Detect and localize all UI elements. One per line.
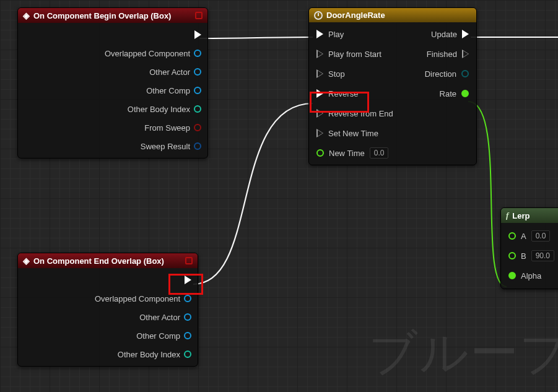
pin-label: A [521, 232, 526, 241]
output-pin[interactable]: Overlapped Component [95, 292, 191, 305]
float-pin-icon [508, 252, 516, 259]
pin-label: New Time [329, 149, 365, 158]
pin-label: Set New Time [328, 129, 378, 138]
input-alpha[interactable]: Alpha [508, 269, 541, 282]
node-end-overlap[interactable]: ◈ On Component End Overlap (Box) Overlap… [17, 253, 198, 367]
output-pin[interactable]: Overlapped Component [105, 46, 201, 60]
node-title: On Component End Overlap (Box) [33, 256, 164, 266]
exec-in-reverse[interactable]: Reverse [316, 87, 393, 100]
exec-out-pin[interactable] [194, 28, 201, 41]
object-pin-icon [184, 313, 191, 321]
exec-in-play[interactable]: Play [316, 27, 393, 41]
input-b[interactable]: B 90.0 [508, 249, 554, 263]
pin-label: Play [328, 30, 344, 39]
exec-icon [462, 30, 469, 38]
node-header[interactable]: ◈ On Component End Overlap (Box) [18, 253, 198, 268]
int-pin-icon [184, 351, 191, 358]
output-pin[interactable]: Sweep Result [141, 139, 201, 153]
output-pin[interactable]: Other Comp [136, 329, 191, 342]
pin-label: Play from Start [328, 50, 381, 59]
output-pin[interactable]: From Sweep [144, 121, 201, 134]
bool-pin-icon [194, 124, 201, 131]
pin-label: Other Actor [149, 68, 190, 77]
exec-icon [316, 50, 323, 58]
pin-label: B [521, 251, 526, 261]
exec-in-play-from-start[interactable]: Play from Start [316, 47, 393, 61]
exec-icon [316, 69, 323, 78]
pin-label: Sweep Result [141, 142, 190, 151]
exec-icon [194, 30, 201, 39]
exec-in-set-new-time[interactable]: Set New Time [316, 126, 393, 140]
exec-out-pin[interactable] [185, 273, 191, 287]
node-header[interactable]: f Lerp [501, 208, 558, 223]
node-body: Play Play from Start Stop Reverse Revers… [309, 22, 476, 165]
node-header[interactable]: ◈ On Component Begin Overlap (Box) [18, 8, 207, 23]
node-title: Lerp [512, 211, 530, 220]
event-icon: ◈ [23, 11, 30, 20]
float-pin-icon [461, 90, 469, 97]
function-icon: f [506, 211, 508, 220]
pin-label: Other Comp [136, 331, 180, 341]
node-body: Overlapped Component Other Actor Other C… [18, 23, 207, 158]
object-pin-icon [194, 87, 201, 94]
float-input[interactable]: 0.0 [531, 230, 551, 242]
exec-in-reverse-from-end[interactable]: Reverse from End [316, 107, 393, 120]
delegate-pin-icon[interactable] [195, 12, 203, 19]
float-pin-icon [316, 149, 324, 157]
object-pin-icon [194, 50, 201, 57]
output-pin-direction[interactable]: Direction [425, 67, 469, 81]
int-pin-icon [194, 105, 201, 113]
exec-out-update[interactable]: Update [431, 27, 469, 41]
struct-pin-icon [194, 142, 201, 150]
pin-label: Other Body Index [118, 350, 180, 359]
node-title: DoorAngleRate [326, 11, 385, 20]
object-pin-icon [184, 332, 191, 339]
pin-label: Direction [425, 69, 456, 79]
exec-icon [316, 129, 323, 137]
pin-label: Stop [328, 69, 345, 79]
new-time-input[interactable]: New Time 0.0 [316, 146, 393, 160]
output-pin[interactable]: Other Actor [139, 310, 191, 324]
pin-label: Reverse from End [328, 109, 393, 118]
pin-label: Update [431, 30, 457, 39]
object-pin-icon [184, 295, 191, 302]
exec-icon [462, 50, 469, 58]
delegate-pin-icon[interactable] [185, 257, 193, 264]
pin-label: Overlapped Component [105, 49, 190, 58]
float-pin-icon [508, 232, 516, 240]
input-column: Play Play from Start Stop Reverse Revers… [316, 27, 393, 160]
timeline-icon [314, 11, 323, 20]
exec-in-stop[interactable]: Stop [316, 67, 393, 81]
node-timeline[interactable]: DoorAngleRate Play Play from Start Stop … [308, 7, 477, 165]
output-pin[interactable]: Other Comp [146, 84, 201, 97]
node-header[interactable]: DoorAngleRate [309, 8, 476, 22]
pin-label: Overlapped Component [95, 294, 180, 303]
pin-label: Other Actor [139, 313, 180, 322]
pin-label: Reverse [328, 89, 358, 98]
pin-label: Other Comp [146, 86, 190, 95]
float-input[interactable]: 0.0 [370, 147, 389, 159]
exec-icon [316, 30, 323, 38]
node-body: A 0.0 B 90.0 Alpha [501, 223, 558, 289]
exec-icon [316, 109, 323, 118]
pin-label: Rate [440, 89, 456, 98]
node-lerp[interactable]: f Lerp A 0.0 B 90.0 Alpha [500, 207, 558, 289]
node-body: Overlapped Component Other Actor Other C… [18, 268, 198, 366]
input-a[interactable]: A 0.0 [508, 229, 550, 243]
exec-out-finished[interactable]: Finished [427, 47, 469, 61]
output-pin[interactable]: Other Body Index [118, 347, 191, 361]
float-pin-icon [508, 272, 516, 279]
event-icon: ◈ [23, 256, 30, 266]
output-pin[interactable]: Other Actor [149, 65, 201, 79]
output-pin-rate[interactable]: Rate [440, 87, 469, 100]
byte-pin-icon [461, 70, 469, 77]
output-column: Update Finished Direction Rate [413, 27, 469, 160]
pin-label: Other Body Index [128, 105, 190, 114]
output-pin[interactable]: Other Body Index [128, 102, 201, 116]
pin-label: Alpha [521, 271, 541, 281]
node-begin-overlap[interactable]: ◈ On Component Begin Overlap (Box) Overl… [17, 7, 208, 159]
exec-icon [316, 89, 323, 98]
exec-icon [185, 276, 191, 284]
float-input[interactable]: 90.0 [531, 250, 554, 261]
object-pin-icon [194, 68, 201, 76]
